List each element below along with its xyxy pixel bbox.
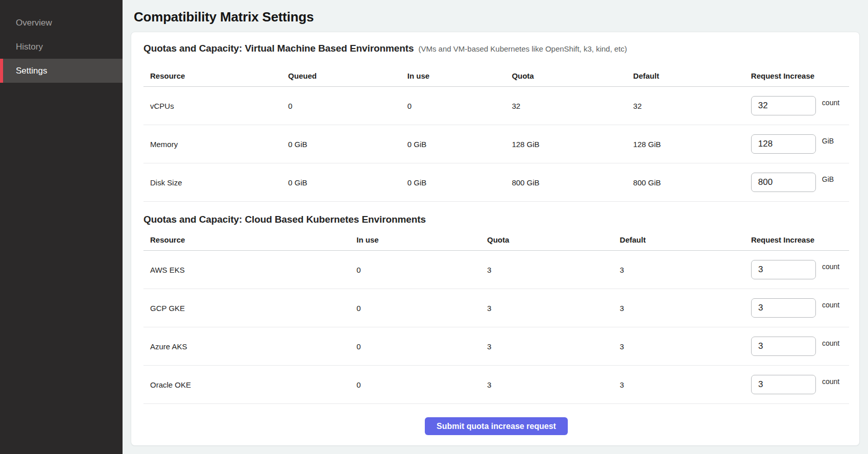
sidebar: Overview History Settings (0, 0, 123, 454)
resource-label: Memory (143, 140, 288, 149)
col-header-default: Default (620, 235, 751, 244)
resource-label: GCP GKE (143, 304, 356, 313)
in-use-value: 0 (407, 102, 512, 110)
col-header-quota: Quota (512, 71, 633, 80)
aws-eks-request-input[interactable] (751, 260, 816, 279)
default-value: 32 (633, 102, 751, 110)
sidebar-item-overview[interactable]: Overview (0, 11, 123, 35)
quota-value: 3 (487, 304, 620, 313)
unit-label: count (822, 99, 839, 107)
table-row-oracle-oke: Oracle OKE 0 3 3 count (143, 366, 849, 404)
resource-label: AWS EKS (143, 266, 356, 274)
sidebar-nav: Overview History Settings (0, 11, 123, 83)
in-use-value: 0 GiB (407, 178, 512, 187)
request-increase-cell: count (751, 260, 849, 279)
settings-card: Quotas and Capacity: Virtual Machine Bas… (131, 32, 860, 446)
col-header-default: Default (633, 71, 751, 80)
col-header-quota: Quota (487, 235, 620, 244)
resource-label: Disk Size (143, 178, 288, 187)
request-increase-cell: count (751, 298, 849, 318)
cloud-table-header-row: Resource In use Quota Default Request In… (143, 229, 849, 251)
quota-value: 128 GiB (512, 140, 633, 149)
queued-value: 0 GiB (288, 178, 407, 187)
cloud-section-heading: Quotas and Capacity: Cloud Based Kuberne… (143, 214, 426, 225)
main-content: Compatibility Matrix Settings Quotas and… (123, 0, 868, 454)
vm-quota-table: Resource Queued In use Quota Default Req… (143, 65, 849, 202)
sidebar-item-history[interactable]: History (0, 35, 123, 59)
vm-section-subtitle: (VMs and VM-based Kubernetes like OpenSh… (418, 44, 627, 53)
default-value: 3 (620, 304, 751, 313)
quota-value: 3 (487, 342, 620, 351)
table-row-azure-aks: Azure AKS 0 3 3 count (143, 327, 849, 366)
quota-value: 3 (487, 266, 620, 274)
table-row-disk-size: Disk Size 0 GiB 0 GiB 800 GiB 800 GiB Gi… (143, 163, 849, 202)
vm-section-heading: Quotas and Capacity: Virtual Machine Bas… (143, 43, 414, 54)
in-use-value: 0 (356, 266, 487, 274)
unit-label: count (822, 377, 839, 386)
cloud-section-heading-row: Quotas and Capacity: Cloud Based Kuberne… (143, 214, 849, 225)
resource-label: Azure AKS (143, 342, 356, 351)
vm-table-header-row: Resource Queued In use Quota Default Req… (143, 65, 849, 87)
quota-value: 800 GiB (512, 178, 633, 187)
default-value: 3 (620, 266, 751, 274)
resource-label: vCPUs (143, 102, 288, 110)
unit-label: count (822, 339, 839, 347)
oracle-oke-request-input[interactable] (751, 375, 816, 394)
unit-label: GiB (822, 175, 834, 183)
col-header-queued: Queued (288, 71, 407, 80)
request-increase-cell: count (751, 337, 849, 356)
table-row-aws-eks: AWS EKS 0 3 3 count (143, 251, 849, 289)
resource-label: Oracle OKE (143, 380, 356, 389)
vm-section-heading-row: Quotas and Capacity: Virtual Machine Bas… (143, 43, 849, 54)
default-value: 3 (620, 380, 751, 389)
col-header-in-use: In use (356, 235, 487, 244)
vcpus-request-input[interactable] (751, 96, 816, 115)
in-use-value: 0 (356, 380, 487, 389)
queued-value: 0 GiB (288, 140, 407, 149)
memory-request-input[interactable] (751, 134, 816, 154)
col-header-request-increase: Request Increase (751, 71, 849, 80)
submit-button-row: Submit quota increase request (143, 404, 849, 435)
col-header-in-use: In use (407, 71, 512, 80)
default-value: 3 (620, 342, 751, 351)
table-row-memory: Memory 0 GiB 0 GiB 128 GiB 128 GiB GiB (143, 125, 849, 163)
default-value: 128 GiB (633, 140, 751, 149)
in-use-value: 0 (356, 304, 487, 313)
page-title: Compatibility Matrix Settings (134, 9, 860, 25)
col-header-request-increase: Request Increase (751, 235, 849, 244)
in-use-value: 0 (356, 342, 487, 351)
in-use-value: 0 GiB (407, 140, 512, 149)
table-row-gcp-gke: GCP GKE 0 3 3 count (143, 289, 849, 327)
quota-value: 3 (487, 380, 620, 389)
request-increase-cell: GiB (751, 173, 849, 192)
gcp-gke-request-input[interactable] (751, 298, 816, 318)
default-value: 800 GiB (633, 178, 751, 187)
queued-value: 0 (288, 102, 407, 110)
col-header-resource: Resource (143, 71, 288, 80)
submit-quota-increase-button[interactable]: Submit quota increase request (425, 417, 568, 435)
app-window: Overview History Settings Compatibility … (0, 0, 868, 454)
request-increase-cell: count (751, 375, 849, 394)
sidebar-item-settings[interactable]: Settings (0, 59, 123, 83)
request-increase-cell: count (751, 96, 849, 115)
quota-value: 32 (512, 102, 633, 110)
unit-label: count (822, 301, 839, 309)
unit-label: count (822, 262, 839, 271)
table-row-vcpus: vCPUs 0 0 32 32 count (143, 87, 849, 125)
cloud-quota-table: Resource In use Quota Default Request In… (143, 229, 849, 404)
unit-label: GiB (822, 137, 834, 145)
disk-size-request-input[interactable] (751, 173, 816, 192)
request-increase-cell: GiB (751, 134, 849, 154)
azure-aks-request-input[interactable] (751, 337, 816, 356)
col-header-resource: Resource (143, 235, 356, 244)
